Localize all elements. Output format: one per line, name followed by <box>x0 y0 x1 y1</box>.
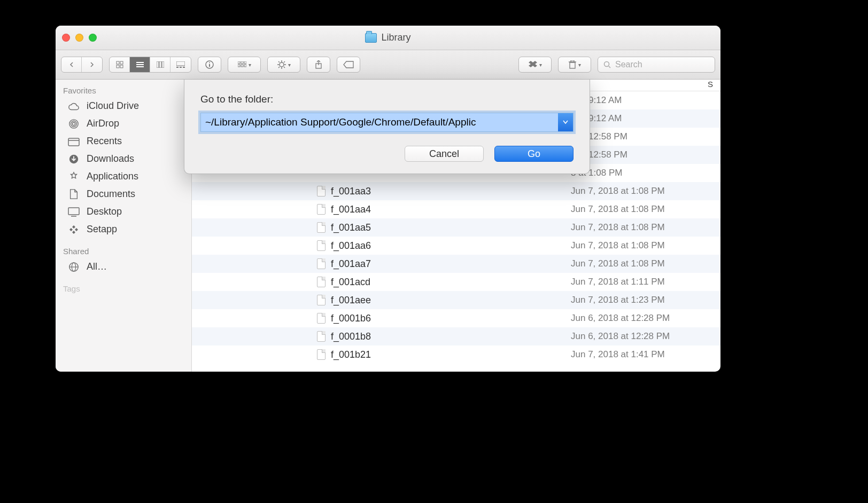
desktop-icon <box>67 207 80 217</box>
file-row[interactable]: f_001aeeJun 7, 2018 at 1:23 PM <box>192 291 720 309</box>
file-icon <box>317 295 326 305</box>
sidebar-item-downloads[interactable]: Downloads <box>56 150 191 168</box>
svg-rect-17 <box>238 61 240 64</box>
svg-rect-11 <box>176 67 179 68</box>
svg-rect-18 <box>241 61 243 64</box>
svg-line-29 <box>284 67 285 68</box>
arrange-button[interactable]: ▾ <box>228 57 261 73</box>
file-icon <box>317 258 326 269</box>
file-name: f_001aa7 <box>331 258 371 270</box>
sidebar-item-recents[interactable]: Recents <box>56 132 191 150</box>
svg-point-15 <box>209 62 210 64</box>
cancel-button[interactable]: Cancel <box>405 146 484 162</box>
file-name: f_001aa4 <box>331 204 371 215</box>
file-icon <box>317 313 326 324</box>
file-row[interactable]: f_001acdJun 7, 2018 at 1:11 PM <box>192 273 720 291</box>
dropbox-button[interactable]: ▾ <box>518 57 552 73</box>
documents-icon <box>67 189 80 200</box>
file-row[interactable]: f_001aa4Jun 7, 2018 at 1:08 PM <box>192 200 720 218</box>
file-row[interactable]: f_001aa7Jun 7, 2018 at 1:08 PM <box>192 255 720 273</box>
file-date: 8 at 9:12 AM <box>571 95 720 106</box>
chevron-down-icon: ▾ <box>539 62 542 68</box>
back-button[interactable] <box>61 57 82 72</box>
file-row[interactable]: f_001aa6Jun 7, 2018 at 1:08 PM <box>192 237 720 255</box>
sidebar-item-label: Setapp <box>87 224 117 235</box>
file-name: f_0001b6 <box>331 313 371 324</box>
svg-rect-45 <box>68 208 79 215</box>
chevron-down-icon: ▾ <box>249 62 251 68</box>
cancel-button-label: Cancel <box>429 148 459 160</box>
file-name: f_001aa6 <box>331 240 371 252</box>
svg-rect-9 <box>162 61 164 68</box>
file-date: Jun 6, 2018 at 12:28 PM <box>571 331 720 342</box>
sidebar-item-label: All… <box>87 261 107 272</box>
tags-button[interactable] <box>337 57 360 73</box>
path-input[interactable] <box>201 113 558 131</box>
path-dropdown-button[interactable] <box>558 113 573 131</box>
file-row[interactable]: f_001b21Jun 7, 2018 at 1:41 PM <box>192 345 720 364</box>
file-row[interactable]: f_0001b6Jun 6, 2018 at 12:28 PM <box>192 309 720 327</box>
file-date: Jun 6, 2018 at 12:28 PM <box>571 313 720 324</box>
svg-rect-19 <box>244 61 246 64</box>
get-info-button[interactable] <box>198 57 221 73</box>
svg-rect-1 <box>120 61 123 64</box>
svg-rect-36 <box>571 60 574 62</box>
zoom-window-button[interactable] <box>89 34 97 42</box>
sidebar-item-label: Documents <box>87 188 135 200</box>
search-field[interactable]: Search <box>598 57 715 73</box>
svg-rect-21 <box>241 65 243 67</box>
column-header-size[interactable]: S <box>704 80 720 91</box>
folder-icon <box>365 33 377 43</box>
sidebar-item-desktop[interactable]: Desktop <box>56 203 191 221</box>
sidebar-item-label: Desktop <box>87 206 122 217</box>
finder-window: Library ▾ ▾ ▾ <box>56 26 720 372</box>
svg-rect-7 <box>157 61 159 68</box>
file-date: 8 at 1:08 PM <box>571 168 720 178</box>
file-name: f_0001b8 <box>331 331 371 342</box>
file-icon <box>317 277 326 287</box>
sheet-label: Go to the folder: <box>200 93 574 105</box>
titlebar: Library <box>56 26 720 50</box>
file-name: f_001b21 <box>331 349 371 360</box>
nav-back-forward <box>61 57 103 73</box>
file-date: Jun 7, 2018 at 1:08 PM <box>571 222 720 233</box>
file-icon <box>317 349 326 360</box>
applications-icon <box>67 171 80 182</box>
svg-line-38 <box>609 66 610 68</box>
sidebar-item-all-shared[interactable]: All… <box>56 258 191 276</box>
file-row[interactable]: f_001aa3Jun 7, 2018 at 1:08 PM <box>192 182 720 200</box>
file-date: Jun 7, 2018 at 1:08 PM <box>571 258 720 269</box>
action-button[interactable]: ▾ <box>267 57 300 73</box>
icon-view-button[interactable] <box>110 57 130 72</box>
trash-button[interactable]: ▾ <box>558 57 591 73</box>
close-window-button[interactable] <box>62 34 70 42</box>
sidebar-item-documents[interactable]: Documents <box>56 185 191 203</box>
sidebar-header-tags: Tags <box>56 281 191 295</box>
column-view-button[interactable] <box>150 57 170 72</box>
file-row[interactable]: f_001aa5Jun 7, 2018 at 1:08 PM <box>192 218 720 237</box>
sidebar-item-setapp[interactable]: Setapp <box>56 221 191 238</box>
sidebar-item-airdrop[interactable]: AirDrop <box>56 115 191 132</box>
file-name: f_001aee <box>331 295 371 306</box>
share-button[interactable] <box>307 57 330 73</box>
list-view-button[interactable] <box>130 57 150 72</box>
view-mode-segmented <box>109 57 191 73</box>
minimize-window-button[interactable] <box>75 34 83 42</box>
forward-button[interactable] <box>82 57 102 72</box>
sidebar-item-applications[interactable]: Applications <box>56 168 191 185</box>
chevron-down-icon: ▾ <box>578 62 581 68</box>
file-icon <box>317 240 326 251</box>
file-name: f_001acd <box>331 277 370 288</box>
toolbar: ▾ ▾ ▾ ▾ Search <box>56 50 720 80</box>
sidebar-item-icloud-drive[interactable]: iCloud Drive <box>56 97 191 115</box>
window-title-text: Library <box>381 32 410 43</box>
svg-line-30 <box>278 67 280 68</box>
go-button-label: Go <box>528 148 540 160</box>
svg-rect-8 <box>159 61 161 68</box>
svg-rect-12 <box>180 67 182 68</box>
gallery-view-button[interactable] <box>170 57 191 72</box>
window-controls <box>62 34 97 42</box>
file-row[interactable]: f_0001b8Jun 6, 2018 at 12:28 PM <box>192 327 720 345</box>
airdrop-icon <box>67 119 80 129</box>
go-button[interactable]: Go <box>494 146 574 162</box>
